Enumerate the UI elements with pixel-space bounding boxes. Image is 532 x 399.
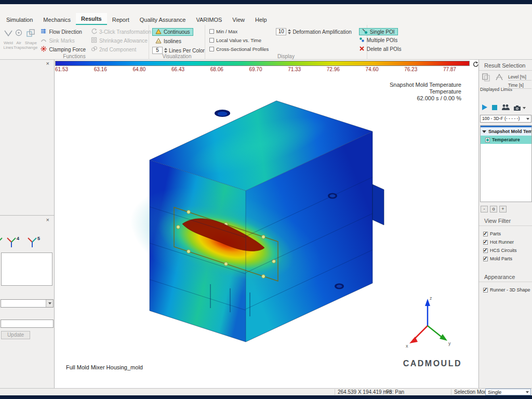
isolines-label: Isolines: [164, 38, 181, 44]
pan-hint: F3: Pan: [386, 389, 404, 395]
chevron-down-icon[interactable]: [526, 118, 529, 120]
lines-per-color-input[interactable]: 5: [152, 47, 163, 54]
left-panel-top: ×: [0, 60, 55, 216]
three-click-transformation-button[interactable]: 3-Click Transformation: [91, 28, 151, 35]
min-max-checkbox[interactable]: Min / Max: [209, 28, 269, 35]
left-text-input[interactable]: [1, 320, 54, 328]
three-click-transformation-icon: [91, 28, 97, 35]
close-icon[interactable]: ×: [46, 60, 49, 66]
cross-sectional-label: Cross-Sectional Profiles: [216, 46, 269, 52]
runner-3d-shape-checkbox[interactable]: Runner - 3D Shape: [483, 287, 530, 292]
delete-all-pois-button[interactable]: Delete all POIs: [359, 46, 402, 53]
svg-text:y: y: [448, 341, 451, 346]
result-selection-panel: Result Selection Displayed Limits Level …: [478, 60, 532, 388]
radio-bullet-icon[interactable]: [485, 138, 490, 142]
result-set-value: 100 - 3D-F (- - - - -): [482, 116, 520, 121]
model-dimensions: 264.539 X 194.419 mm: [338, 389, 392, 395]
chevron-down-icon[interactable]: [523, 107, 526, 109]
filter-mold-parts-checkbox[interactable]: Mold Parts: [483, 256, 512, 261]
filter-hot-runner-checkbox[interactable]: Hot Runner: [483, 240, 514, 245]
multiple-pois-label: Multiple POIs: [367, 37, 397, 43]
view-filter-title: View Filter: [484, 218, 511, 224]
checkbox-box[interactable]: [483, 240, 488, 245]
svg-text:4: 4: [17, 236, 19, 241]
left-dock: × × 4: [0, 60, 55, 388]
junction-icon-4[interactable]: 4: [7, 236, 19, 247]
checkbox-box[interactable]: [483, 257, 488, 261]
shape-change-button[interactable]: Shape change: [24, 26, 37, 52]
result-selection-title: Result Selection: [484, 62, 526, 69]
filter-parts-label: Parts: [490, 231, 501, 236]
functions-group-label: Functions: [0, 54, 149, 59]
colorbar-reset-icon[interactable]: [472, 60, 478, 70]
tab-results[interactable]: Results: [76, 13, 107, 25]
air-traps-button[interactable]: Air Traps: [14, 26, 24, 52]
time-label[interactable]: Time [s]: [508, 83, 531, 89]
weld-lines-button[interactable]: Weld Lines: [3, 26, 14, 52]
zoom-out-button[interactable]: -: [481, 206, 488, 212]
tab-view[interactable]: View: [227, 14, 250, 25]
min-max-checkbox-box[interactable]: [209, 29, 214, 34]
clamping-force-button[interactable]: Clamping Force: [41, 46, 86, 53]
single-poi-icon: [362, 29, 368, 35]
local-value-checkbox-box[interactable]: [209, 38, 214, 43]
checkbox-box[interactable]: [483, 232, 488, 236]
deformation-amplification-stepper[interactable]: [288, 29, 291, 34]
tab-varimos[interactable]: VARIMOS: [191, 14, 227, 25]
chevron-down-icon[interactable]: [46, 300, 53, 307]
mold-3d-model[interactable]: z x y: [55, 74, 478, 388]
expander-icon[interactable]: [482, 130, 486, 133]
window-title-strip: [0, 0, 532, 4]
cross-sectional-checkbox-box[interactable]: [209, 47, 214, 51]
junction-icon-5[interactable]: 5: [28, 236, 40, 247]
shape-change-label2: change: [24, 45, 37, 50]
update-button[interactable]: Update: [1, 331, 30, 339]
sink-marks-icon: [41, 37, 47, 44]
filter-parts-checkbox[interactable]: Parts: [483, 231, 501, 236]
tab-simulation[interactable]: Simulation: [1, 14, 38, 25]
viewport-3d[interactable]: 61.5363.1664.8066.4368.0669.7071.3372.96…: [55, 60, 478, 388]
close-icon[interactable]: ×: [46, 217, 49, 223]
sink-marks-button[interactable]: Sink Marks: [41, 37, 86, 44]
selection-mode-dropdown[interactable]: Single: [485, 389, 531, 395]
checkbox-box[interactable]: [483, 248, 488, 253]
continuous-toggle[interactable]: Continuous: [152, 28, 193, 36]
group-view-button[interactable]: [501, 103, 510, 113]
isolines-toggle[interactable]: Isolines: [152, 37, 184, 45]
group-functions: Weld Lines Air Traps Shape change: [0, 25, 149, 60]
zoom-in-button[interactable]: +: [499, 206, 507, 212]
single-poi-button[interactable]: Single POI: [359, 28, 398, 35]
tab-mechanics[interactable]: Mechanics: [38, 14, 76, 25]
play-button[interactable]: [482, 103, 488, 113]
cross-sectional-checkbox[interactable]: Cross-Sectional Profiles: [209, 45, 269, 52]
limits-range-icon[interactable]: [494, 72, 504, 85]
filter-hcs-circuits-checkbox[interactable]: HCS Circuits: [483, 248, 517, 253]
left-listbox[interactable]: [1, 252, 52, 286]
tree-node-snapshot[interactable]: Snapshot Mold Tem: [481, 127, 531, 136]
shrinkage-allowance-button[interactable]: Shrinkage Allowance: [91, 37, 151, 44]
delete-all-pois-label: Delete all POIs: [367, 46, 402, 52]
tab-help[interactable]: Help: [250, 14, 272, 25]
second-component-button[interactable]: 2nd Component: [91, 46, 151, 53]
tree-node-temperature[interactable]: Temperature: [481, 136, 531, 144]
lines-per-color-stepper[interactable]: [164, 48, 167, 53]
level-label[interactable]: Level [%]: [508, 74, 531, 81]
chevron-down-icon[interactable]: [526, 391, 529, 393]
local-value-checkbox[interactable]: Local Value vs. Time: [209, 37, 269, 44]
result-set-dropdown[interactable]: 100 - 3D-F (- - - - -): [480, 115, 531, 123]
tab-quality-assurance[interactable]: Quality Assurance: [135, 14, 191, 25]
multiple-pois-button[interactable]: Multiple POIs: [359, 37, 402, 44]
stop-button[interactable]: [491, 103, 498, 113]
checkbox-box[interactable]: [483, 288, 488, 292]
zoom-reset-button[interactable]: o: [490, 206, 497, 212]
status-bar: 264.539 X 194.419 mm F3: Pan Selection M…: [0, 388, 532, 395]
displayed-limits-icon[interactable]: [481, 72, 491, 85]
deformation-amplification-input[interactable]: 10: [276, 28, 286, 35]
selection-mode-value: Single: [488, 389, 501, 395]
tree-zoom-controls: - o +: [481, 206, 507, 212]
tab-report[interactable]: Report: [107, 14, 135, 25]
flow-direction-label: Flow Direction: [49, 29, 82, 35]
snapshot-camera-button[interactable]: [513, 105, 526, 111]
flow-direction-button[interactable]: Flow Direction: [41, 28, 86, 35]
left-dropdown[interactable]: [1, 299, 54, 308]
